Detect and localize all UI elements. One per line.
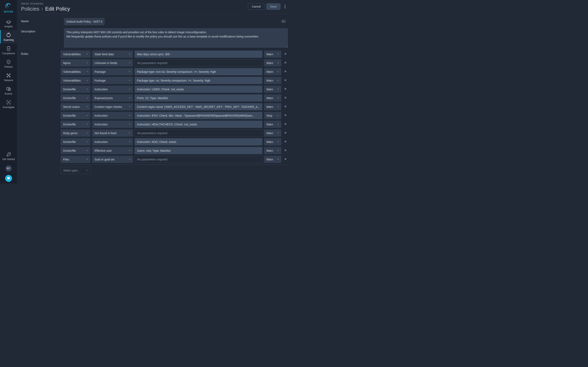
rule-action-select[interactable]: Warn bbox=[264, 147, 281, 154]
rule-delete-button[interactable] bbox=[283, 52, 288, 57]
svg-point-10 bbox=[9, 154, 9, 154]
chevron-down-icon bbox=[86, 132, 88, 135]
rule-trigger-select[interactable]: Effective user bbox=[92, 147, 133, 154]
rule-trigger-select[interactable]: Suid or guid set bbox=[92, 156, 133, 163]
sidebar-item-network[interactable]: Network bbox=[0, 70, 17, 84]
rule-trigger-select[interactable]: Unknown in feeds bbox=[92, 59, 133, 67]
brand-logo[interactable]: SECURE bbox=[4, 3, 13, 13]
rule-gate-select[interactable]: Dockerfile bbox=[61, 138, 90, 145]
breadcrumb-policies[interactable]: Policies bbox=[21, 6, 39, 12]
rule-action-select[interactable]: Warn bbox=[264, 121, 281, 128]
rule-trigger-select[interactable]: Instruction bbox=[92, 121, 133, 128]
rule-trigger-select[interactable]: Instruction bbox=[92, 138, 133, 145]
rule-delete-button[interactable] bbox=[283, 122, 288, 127]
rule-action-select[interactable]: Warn bbox=[264, 156, 281, 163]
rule-action-value: Warn bbox=[267, 96, 273, 100]
rule-gate-select[interactable]: Vulnerabilities bbox=[61, 77, 90, 84]
rule-gate-select[interactable]: Ruby gems bbox=[61, 129, 90, 137]
rule-trigger-select[interactable]: Exposed ports bbox=[92, 94, 133, 101]
rule-action-select[interactable]: Warn bbox=[264, 86, 281, 93]
rule-action-select[interactable]: Warn bbox=[264, 68, 281, 75]
rule-action-select[interactable]: Warn bbox=[264, 77, 281, 84]
rule-gate-select[interactable]: Secret scans bbox=[61, 103, 90, 110]
rule-trigger-select[interactable]: Not found in feed bbox=[92, 129, 133, 137]
rule-action-select[interactable]: Stop bbox=[264, 112, 281, 119]
rule-delete-button[interactable] bbox=[283, 140, 288, 144]
help-chat-button[interactable] bbox=[5, 175, 12, 182]
sidebar-item-events[interactable]: Events bbox=[0, 84, 17, 97]
rule-action-select[interactable]: Warn bbox=[264, 50, 281, 58]
rule-gate-select[interactable]: Dockerfile bbox=[61, 94, 90, 101]
rule-params[interactable]: Instruction: HEALTHCHECK; Check: not_exi… bbox=[135, 121, 262, 128]
rule-delete-button[interactable] bbox=[283, 104, 288, 109]
rule-gate-select[interactable]: Vulnerabilities bbox=[61, 50, 90, 58]
rule-action-value: Warn bbox=[267, 158, 273, 161]
cancel-button[interactable]: Cancel bbox=[248, 3, 265, 10]
rule-delete-button[interactable] bbox=[283, 87, 288, 92]
rule-delete-button[interactable] bbox=[283, 113, 288, 118]
rule-params[interactable]: Max days since sync: 300 bbox=[135, 50, 262, 58]
rule-gate-select[interactable]: Dockerfile bbox=[61, 112, 90, 119]
rule-trigger-select[interactable]: Package bbox=[92, 68, 133, 75]
rule-action-value: Warn bbox=[267, 53, 273, 56]
chevron-down-icon bbox=[277, 61, 279, 65]
chevron-down-icon bbox=[86, 88, 88, 91]
sidebar-item-policies[interactable]: Policies bbox=[0, 57, 17, 70]
rule-delete-button[interactable] bbox=[283, 60, 288, 66]
chevron-down-icon bbox=[277, 53, 279, 56]
rule-gate-value: Files bbox=[63, 158, 69, 161]
rule-delete-button[interactable] bbox=[283, 157, 288, 162]
rule-params[interactable]: Ports: 22; Type: blacklist bbox=[135, 94, 262, 101]
rule-gate-select[interactable]: Dockerfile bbox=[61, 121, 90, 128]
rule-gate-value: Vulnerabilities bbox=[63, 70, 81, 73]
sidebar-item-scanning[interactable]: Scanning bbox=[0, 30, 17, 43]
rule-delete-button[interactable] bbox=[283, 131, 288, 136]
rule-row: Ruby gems Not found in feed No parameter… bbox=[61, 129, 288, 137]
name-input[interactable] bbox=[64, 18, 104, 25]
more-menu-button[interactable] bbox=[282, 4, 288, 9]
rule-action-select[interactable]: Warn bbox=[264, 138, 281, 145]
rule-params[interactable]: Content regex name: ['AWS_ACCESS_KEY', '… bbox=[135, 103, 262, 110]
rule-trigger-select[interactable]: Instruction bbox=[92, 86, 133, 93]
rule-action-select[interactable]: Warn bbox=[264, 103, 281, 110]
rule-row: Files Suid or guid set No parameters req… bbox=[61, 156, 288, 163]
rule-trigger-select[interactable]: Package bbox=[92, 77, 133, 84]
rule-params[interactable]: Instruction: USER; Check: not_exists bbox=[135, 86, 262, 93]
rule-action-select[interactable]: Warn bbox=[264, 94, 281, 101]
rule-gate-select[interactable]: Files bbox=[61, 156, 90, 163]
rule-trigger-value: Instruction bbox=[95, 114, 108, 117]
user-avatar[interactable]: EC bbox=[5, 165, 12, 172]
rule-params[interactable]: Package type: os; Severity comparison: >… bbox=[135, 77, 262, 84]
sidebar-item-investigate[interactable]: Investigate bbox=[0, 97, 17, 111]
rule-gate-select[interactable]: Dockerfile bbox=[61, 147, 90, 154]
rule-gate-select[interactable]: Npms bbox=[61, 59, 90, 67]
rule-delete-button[interactable] bbox=[283, 96, 288, 100]
rule-trigger-select[interactable]: Content regex checks bbox=[92, 103, 133, 110]
rule-params[interactable]: Users: root; Type: blacklist bbox=[135, 147, 262, 154]
rule-params[interactable]: Package type: non-os; Severity compariso… bbox=[135, 68, 262, 75]
rule-action-select[interactable]: Warn bbox=[264, 59, 281, 67]
sidebar-item-compliance[interactable]: Compliance bbox=[0, 43, 17, 57]
description-textarea[interactable] bbox=[64, 28, 288, 48]
rule-gate-select[interactable]: Dockerfile bbox=[61, 86, 90, 93]
add-gate-select[interactable]: Select gate... bbox=[61, 167, 90, 174]
rule-action-value: Warn bbox=[267, 79, 273, 82]
rule-trigger-select[interactable]: Instruction bbox=[92, 112, 133, 119]
save-button[interactable]: Save bbox=[266, 3, 281, 10]
rule-trigger-select[interactable]: Stale feed data bbox=[92, 50, 133, 58]
rule-params[interactable]: Instruction: ENV; Check: like; Value: .*… bbox=[135, 112, 262, 119]
close-icon bbox=[284, 69, 287, 74]
events-icon bbox=[6, 86, 11, 92]
sidebar-item-insights[interactable]: Insights bbox=[0, 17, 17, 30]
rule-delete-button[interactable] bbox=[283, 148, 288, 153]
rule-delete-button[interactable] bbox=[283, 78, 288, 83]
rule-action-value: Warn bbox=[267, 149, 273, 152]
rule-params[interactable]: Instruction: ADD; Check: exists bbox=[135, 138, 262, 145]
sidebar: SECURE Insights Scanning Compliance Poli… bbox=[0, 0, 17, 184]
rule-delete-button[interactable] bbox=[283, 69, 288, 74]
svg-rect-1 bbox=[7, 47, 10, 50]
rule-action-select[interactable]: Warn bbox=[264, 129, 281, 137]
svg-point-11 bbox=[285, 5, 285, 6]
rule-gate-select[interactable]: Vulnerabilities bbox=[61, 68, 90, 75]
sidebar-item-get-started[interactable]: Get Started bbox=[0, 149, 17, 163]
